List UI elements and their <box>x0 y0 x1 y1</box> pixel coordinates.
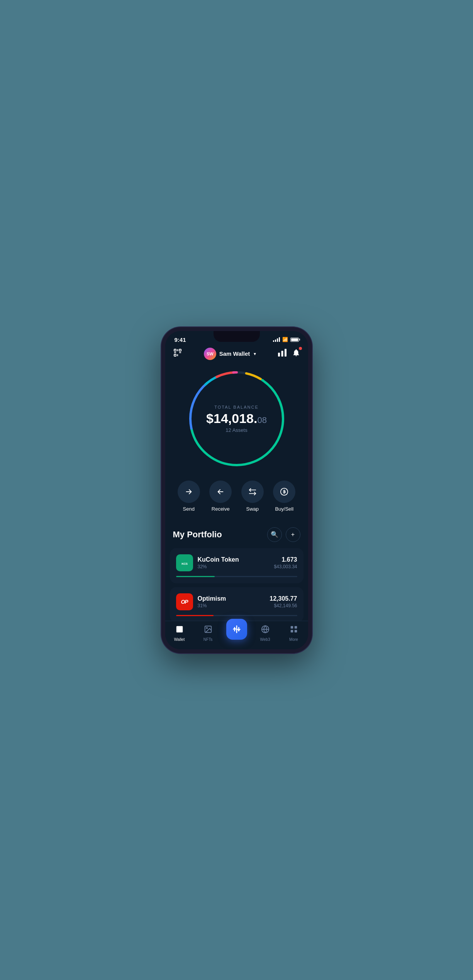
nav-wallet[interactable]: Wallet <box>165 625 194 642</box>
buysell-label: Buy/Sell <box>275 506 293 512</box>
svg-rect-1 <box>179 349 181 351</box>
svg-rect-27 <box>290 626 293 628</box>
bottom-nav: Wallet NFTs <box>165 621 308 649</box>
kucoin-amount: 1.673 <box>274 556 297 563</box>
wifi-icon: 📶 <box>282 337 288 342</box>
add-asset-button[interactable]: + <box>286 527 300 542</box>
nav-nfts[interactable]: NFTs <box>194 625 222 642</box>
kucoin-name: KuCoin Token <box>198 556 239 563</box>
more-nav-label: More <box>289 637 298 642</box>
buysell-action[interactable]: Buy/Sell <box>273 481 295 512</box>
web3-nav-label: Web3 <box>260 637 270 642</box>
nfts-nav-icon <box>204 625 212 636</box>
asset-row: OP Optimism 31% 12,305.77 $42,149.56 <box>176 593 297 610</box>
nav-web3[interactable]: Web3 <box>251 625 280 642</box>
asset-left: KCS KuCoin Token 32% <box>176 554 239 571</box>
optimism-pct: 31% <box>198 603 226 608</box>
wallet-nav-label: Wallet <box>174 637 185 642</box>
balance-assets: 12 Assets <box>202 427 271 433</box>
optimism-info: Optimism 31% <box>198 595 226 608</box>
nav-more[interactable]: More <box>280 625 308 642</box>
optimism-name: Optimism <box>198 595 226 602</box>
svg-rect-11 <box>278 353 280 357</box>
chart-icon[interactable] <box>278 349 287 358</box>
optimism-bar <box>176 615 214 616</box>
avatar: SW <box>204 348 216 360</box>
receive-action[interactable]: Receive <box>209 481 232 512</box>
asset-card-optimism[interactable]: OP Optimism 31% 12,305.77 $42,149.56 <box>170 587 303 622</box>
asset-row: KCS KuCoin Token 32% 1.673 $43,003.34 <box>176 554 297 571</box>
optimism-usd: $42,149.56 <box>270 603 297 608</box>
kucoin-amounts: 1.673 $43,003.34 <box>274 556 297 569</box>
svg-point-25 <box>206 627 207 628</box>
phone-notch <box>214 331 260 342</box>
phone-frame: 9:41 📶 <box>161 327 312 653</box>
notification-badge <box>299 347 302 350</box>
kucoin-bar <box>176 576 215 577</box>
optimism-bar-container <box>176 615 297 616</box>
signal-icon <box>273 337 280 342</box>
svg-rect-2 <box>174 354 176 356</box>
center-action-button[interactable] <box>226 619 247 640</box>
kucoin-usd: $43,003.34 <box>274 564 297 569</box>
scan-icon[interactable] <box>173 348 182 359</box>
buysell-button[interactable] <box>273 481 295 503</box>
svg-rect-29 <box>290 630 293 632</box>
asset-card-kucoin[interactable]: KCS KuCoin Token 32% 1.673 $43,003.34 <box>170 548 303 583</box>
portfolio-title: My Portfolio <box>173 530 222 540</box>
portfolio-header: My Portfolio 🔍 + <box>165 523 308 548</box>
wallet-selector[interactable]: SW Sam Wallet ▾ <box>204 348 256 360</box>
svg-rect-12 <box>281 351 283 357</box>
balance-cents: 08 <box>257 415 266 425</box>
header-actions <box>278 348 300 359</box>
svg-rect-28 <box>294 626 297 628</box>
battery-icon <box>290 338 299 342</box>
wallet-nav-icon <box>175 625 184 636</box>
balance-label: TOTAL BALANCE <box>202 404 271 409</box>
swap-button[interactable] <box>241 481 264 503</box>
swap-label: Swap <box>246 506 259 512</box>
status-icons: 📶 <box>273 337 299 342</box>
web3-nav-icon <box>261 625 270 636</box>
kucoin-icon: KCS <box>176 554 193 571</box>
balance-info: TOTAL BALANCE $14,018.08 12 Assets <box>202 404 271 433</box>
svg-rect-30 <box>294 630 297 632</box>
send-label: Send <box>183 506 195 512</box>
portfolio-actions: 🔍 + <box>267 527 300 542</box>
nfts-nav-label: NFTs <box>203 637 212 642</box>
optimism-icon: OP <box>176 593 193 610</box>
svg-rect-13 <box>285 349 287 357</box>
assets-list: KCS KuCoin Token 32% 1.673 $43,003.34 <box>165 548 308 622</box>
wallet-name: Sam Wallet <box>219 350 250 357</box>
more-nav-icon <box>290 625 298 636</box>
balance-amount: $14,018.08 <box>202 411 271 425</box>
search-button[interactable]: 🔍 <box>267 527 282 542</box>
kucoin-bar-container <box>176 576 297 577</box>
status-time: 9:41 <box>175 336 186 343</box>
send-action[interactable]: Send <box>178 481 200 512</box>
kucoin-info: KuCoin Token 32% <box>198 556 239 569</box>
nav-center[interactable] <box>222 627 251 640</box>
action-buttons: Send Receive Swap <box>165 477 308 523</box>
svg-text:KCS: KCS <box>181 562 188 566</box>
svg-rect-0 <box>174 349 176 351</box>
receive-label: Receive <box>212 506 230 512</box>
optimism-amounts: 12,305.77 $42,149.56 <box>270 595 297 608</box>
balance-section: TOTAL BALANCE $14,018.08 12 Assets <box>165 365 308 477</box>
send-button[interactable] <box>178 481 200 503</box>
chevron-down-icon: ▾ <box>254 351 256 357</box>
balance-circle: TOTAL BALANCE $14,018.08 12 Assets <box>186 369 287 469</box>
optimism-amount: 12,305.77 <box>270 595 297 602</box>
swap-action[interactable]: Swap <box>241 481 264 512</box>
screen: 9:41 📶 <box>165 331 308 649</box>
header: SW Sam Wallet ▾ <box>165 343 308 365</box>
asset-left: OP Optimism 31% <box>176 593 226 610</box>
kucoin-pct: 32% <box>198 564 239 569</box>
receive-button[interactable] <box>209 481 232 503</box>
notification-icon[interactable] <box>292 348 300 359</box>
